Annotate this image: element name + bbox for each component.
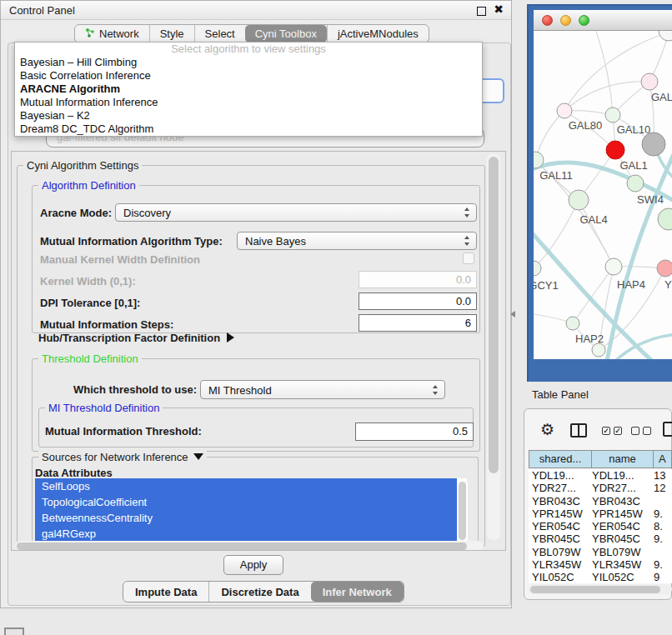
combo-arrows-icon <box>433 385 439 395</box>
split-columns-icon[interactable] <box>570 423 587 438</box>
kernel-width-field[interactable]: 0.0 <box>359 271 477 288</box>
combo-arrows-icon <box>464 236 470 246</box>
settings-vscrollbar-thumb[interactable] <box>489 157 499 473</box>
tab-network[interactable]: Network <box>75 25 149 42</box>
table-row[interactable]: YDL19...YDL19...13 <box>529 469 672 482</box>
manual-kernel-checkbox[interactable] <box>463 252 474 264</box>
attribute-item-betweennesscentrality[interactable]: BetweennessCentrality <box>35 510 457 526</box>
table-function-icon[interactable] <box>663 422 672 437</box>
screen: Control Panel ✖ Network Style Select Cyn… <box>0 0 672 635</box>
tab-impute-data[interactable]: Impute Data <box>123 582 208 602</box>
hub-definition-label: Hub/Transcription Factor Definition <box>38 332 220 344</box>
table-row[interactable]: YER054CYER054C8. <box>529 520 672 532</box>
tab-discretize-data[interactable]: Discretize Data <box>208 582 310 602</box>
mi-type-label: Mutual Information Algorithm Type: <box>40 235 223 248</box>
dropdown-item-aracne[interactable]: ARACNE Algorithm <box>15 82 482 96</box>
column-header-partial[interactable]: A <box>654 450 672 468</box>
column-header-name[interactable]: name <box>592 450 654 468</box>
which-threshold-combo[interactable]: MI Threshold <box>200 380 445 399</box>
dropdown-item-mutual-information[interactable]: Mutual Information Inference <box>15 96 482 109</box>
attributes-scrollbar[interactable] <box>458 478 468 548</box>
dropdown-item-dream8[interactable]: Dream8 DC_TDC Algorithm <box>15 122 482 136</box>
table-row[interactable]: YBL079WYBL079W <box>529 546 672 558</box>
network-window-titlebar[interactable] <box>534 10 672 31</box>
node-gal-pink[interactable] <box>641 73 658 90</box>
close-traffic-light[interactable] <box>542 15 553 26</box>
zoom-traffic-light[interactable] <box>579 15 589 26</box>
node-gray[interactable] <box>642 132 665 156</box>
attribute-item-gal4rgexp[interactable]: gal4RGexp <box>35 526 457 542</box>
dpi-tolerance-label: DPI Tolerance [0,1]: <box>40 297 140 309</box>
table-row[interactable]: YBR045CYBR045C9. <box>529 532 672 545</box>
mi-steps-field[interactable]: 6 <box>359 314 477 332</box>
network-icon <box>85 28 95 40</box>
node-unlabeled-top[interactable] <box>659 31 672 41</box>
sources-expander[interactable]: Sources for Network Inference <box>38 451 207 463</box>
deselect-all-columns-icon[interactable] <box>631 427 651 435</box>
node-gal80[interactable] <box>557 103 572 118</box>
node-label: GAL1 <box>619 159 647 172</box>
tab-infer-network[interactable]: Infer Network <box>311 582 404 602</box>
tab-select[interactable]: Select <box>194 25 245 42</box>
dropdown-item-bayesian-k2[interactable]: Bayesian – K2 <box>15 109 482 122</box>
column-header-sharedname[interactable]: shared... <box>529 450 592 468</box>
node-hap4[interactable] <box>605 258 622 275</box>
table-row[interactable]: YIL052CYIL052C9 <box>529 571 672 583</box>
settings-hscrollbar[interactable] <box>15 541 484 551</box>
close-icon[interactable]: ✖ <box>494 2 504 16</box>
table-hscrollbar-thumb[interactable] <box>530 586 660 593</box>
settings-vscrollbar[interactable] <box>487 153 500 540</box>
node-gal10[interactable] <box>605 108 620 122</box>
unchecked-box-icon <box>643 427 651 435</box>
network-view-window: GAL GAL80 GAL10 GAL1 GAL11 SWI4 GAL4 GCY… <box>527 4 672 382</box>
node-swi4[interactable] <box>627 175 644 192</box>
node-gal1-selected[interactable] <box>606 141 624 159</box>
table-row[interactable]: YDR27...YDR27...12 <box>529 482 672 494</box>
node-unlabeled-bottom[interactable] <box>592 343 605 357</box>
network-canvas[interactable]: GAL GAL80 GAL10 GAL1 GAL11 SWI4 GAL4 GCY… <box>534 31 672 359</box>
minimized-panel-icon[interactable] <box>4 628 24 635</box>
table-panel-title: Table Panel <box>532 388 589 401</box>
attribute-item-selfloops[interactable]: SelfLoops <box>35 478 457 494</box>
hub-definition-expander[interactable]: Hub/Transcription Factor Definition <box>38 332 234 344</box>
attributes-scrollbar-thumb[interactable] <box>459 482 466 540</box>
node-hap2[interactable] <box>566 317 579 330</box>
table-row[interactable]: YBR043CYBR043C <box>529 495 672 508</box>
checked-box-icon: ✓ <box>602 427 610 435</box>
cyni-bottom-tabs: Impute Data Discretize Data Infer Networ… <box>123 581 404 602</box>
cyni-settings-legend: Cyni Algorithm Settings <box>23 159 142 172</box>
panel-title: Control Panel <box>9 4 75 17</box>
node-label: GAL80 <box>569 119 602 132</box>
tab-jactivemnodules[interactable]: jActiveMNodules <box>327 25 429 42</box>
data-attributes-label: Data Attributes <box>35 467 113 479</box>
attribute-item-topologicalcoefficient[interactable]: TopologicalCoefficient <box>35 494 457 510</box>
dpi-tolerance-field[interactable]: 0.0 <box>359 292 477 310</box>
node-salmon[interactable] <box>657 260 672 277</box>
splitter-collapse-icon[interactable] <box>510 311 515 318</box>
node-label: Y <box>664 278 672 291</box>
aracne-mode-combo[interactable]: Discovery <box>115 203 477 222</box>
node-gcy1[interactable] <box>534 261 541 276</box>
tab-style[interactable]: Style <box>149 25 194 42</box>
settings-hscrollbar-thumb[interactable] <box>17 542 467 550</box>
table-hscrollbar[interactable] <box>529 584 672 594</box>
aracne-mode-label: Aracne Mode: <box>40 207 112 219</box>
dropdown-item-basic-correlation[interactable]: Basic Correlation Inference <box>15 69 482 82</box>
float-window-icon[interactable] <box>477 7 486 16</box>
dropdown-item-bayesian-hill-climbing[interactable]: Bayesian – Hill Climbing <box>15 56 482 69</box>
minimize-traffic-light[interactable] <box>560 15 571 26</box>
table-row[interactable]: YLR345WYLR345W9. <box>529 558 672 571</box>
kernel-width-label: Kernel Width (0,1): <box>40 275 136 288</box>
expand-right-icon <box>227 332 234 342</box>
select-all-columns-icon[interactable]: ✓ ✓ <box>602 427 622 435</box>
apply-button[interactable]: Apply <box>223 555 283 575</box>
tab-cyni-toolbox[interactable]: Cyni Toolbox <box>245 25 327 42</box>
mi-threshold-field[interactable]: 0.5 <box>355 422 474 441</box>
node-label: GCY1 <box>534 279 559 292</box>
node-gal4[interactable] <box>569 190 589 210</box>
mi-type-combo[interactable]: Naive Bayes <box>237 232 477 250</box>
node-right-green[interactable] <box>658 208 672 230</box>
node-label: SWI4 <box>637 193 664 206</box>
gear-icon[interactable]: ⚙ <box>540 420 554 438</box>
table-row[interactable]: YPR145WYPR145W9. <box>529 508 672 520</box>
